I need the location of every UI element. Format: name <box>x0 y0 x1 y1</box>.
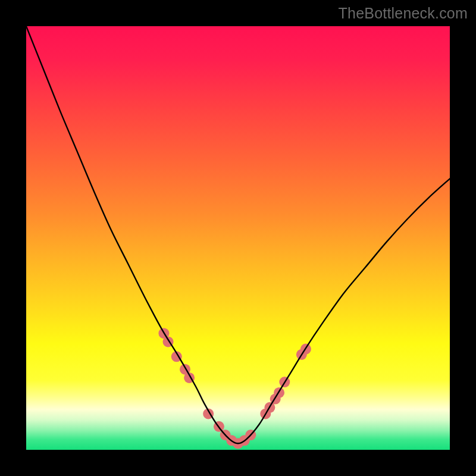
curve-layer <box>26 26 450 450</box>
bottleneck-curve <box>26 26 450 443</box>
plot-area <box>26 26 450 450</box>
watermark-text: TheBottleneck.com <box>339 5 468 22</box>
marker-group <box>158 328 311 449</box>
chart-canvas: TheBottleneck.com <box>0 0 476 476</box>
